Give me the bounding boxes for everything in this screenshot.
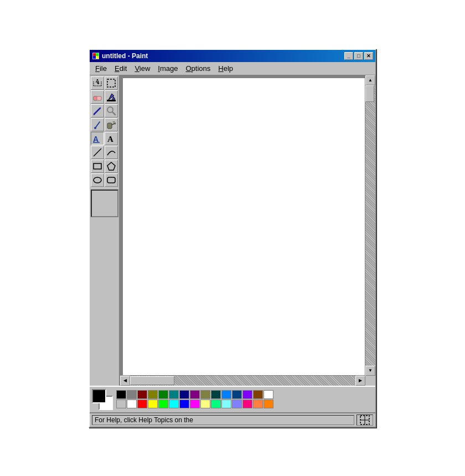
tool-row-7 [91, 160, 118, 173]
svg-rect-13 [107, 100, 116, 101]
ellipse-tool[interactable] [91, 173, 104, 187]
palette-row-1 [116, 390, 273, 399]
color-swatch[interactable] [169, 390, 179, 399]
svg-rect-12 [94, 96, 97, 100]
tool-row-3 [91, 104, 118, 117]
color-swatch[interactable] [169, 400, 179, 408]
color-swatch[interactable] [221, 390, 231, 399]
scroll-up-button[interactable]: ▲ [365, 75, 375, 85]
color-swatch[interactable] [242, 390, 252, 399]
menu-options[interactable]: Options [182, 63, 214, 74]
scroll-v-track[interactable] [365, 85, 375, 366]
color-swatch[interactable] [211, 390, 221, 399]
paint-window: untitled - Paint _ □ ✕ File Edit View Im… [89, 49, 376, 428]
status-bar: For Help, click Help Topics on the [90, 412, 375, 427]
airbrush-variant-tool[interactable]: A [91, 132, 104, 145]
main-content: ✦ [90, 75, 375, 386]
color-swatch[interactable] [158, 390, 168, 399]
color-swatch[interactable] [200, 390, 210, 399]
color-swatch[interactable] [137, 390, 147, 399]
drawing-canvas[interactable] [122, 78, 365, 376]
scroll-h-thumb[interactable] [130, 376, 174, 385]
svg-rect-10 [107, 79, 115, 87]
color-swatch[interactable] [137, 400, 147, 408]
svg-point-19 [94, 127, 96, 129]
color-swatch[interactable] [148, 390, 158, 399]
color-swatch[interactable] [232, 390, 242, 399]
color-swatch[interactable] [190, 390, 200, 399]
scroll-v-thumb[interactable] [365, 85, 374, 102]
window-controls: _ □ ✕ [344, 52, 373, 60]
color-swatch[interactable] [242, 400, 252, 408]
status-coords [356, 414, 373, 426]
svg-point-22 [113, 121, 115, 122]
rounded-rect-tool[interactable] [105, 173, 118, 187]
title-bar: untitled - Paint _ □ ✕ [90, 50, 375, 62]
curve-tool[interactable] [105, 146, 118, 159]
pencil-tool[interactable] [91, 104, 104, 117]
canvas-scroll-area: ▲ ▼ ◀ ▶ [120, 75, 375, 386]
svg-rect-32 [107, 177, 115, 183]
menu-file[interactable]: File [92, 63, 110, 74]
color-swatch[interactable] [127, 390, 137, 399]
brush-tool[interactable] [91, 118, 104, 131]
color-swatch[interactable] [253, 390, 263, 399]
line-tool[interactable] [91, 146, 104, 159]
rectangle-tool[interactable] [91, 160, 104, 173]
tool-row-1: ✦ [91, 76, 118, 90]
window-title: untitled - Paint [102, 52, 342, 60]
color-swatch[interactable] [179, 390, 189, 399]
eraser-tool[interactable] [91, 90, 104, 104]
color-swatch[interactable] [264, 390, 273, 399]
free-select-tool[interactable]: ✦ [91, 76, 104, 90]
scroll-down-button[interactable]: ▼ [365, 366, 375, 376]
scroll-corner [365, 376, 375, 386]
color-swatch[interactable] [148, 400, 158, 408]
menu-image[interactable]: Image [154, 63, 181, 74]
scroll-left-button[interactable]: ◀ [120, 376, 130, 386]
maximize-button[interactable]: □ [354, 52, 363, 60]
horizontal-scrollbar: ◀ ▶ [120, 376, 365, 386]
scroll-right-button[interactable]: ▶ [355, 376, 365, 386]
color-swatch[interactable] [190, 400, 200, 408]
svg-rect-3 [93, 56, 96, 59]
tool-row-5: A A [91, 132, 118, 145]
minimize-button[interactable]: _ [344, 52, 353, 60]
color-swatch[interactable] [116, 400, 126, 408]
scroll-h-track[interactable] [130, 376, 355, 386]
close-button[interactable]: ✕ [364, 52, 373, 60]
toolbox: ✦ [90, 75, 120, 386]
foreground-color-box[interactable] [92, 389, 106, 403]
rect-select-tool[interactable] [105, 76, 118, 90]
color-swatch[interactable] [179, 400, 189, 408]
color-swatch[interactable] [211, 400, 221, 408]
current-colors [92, 389, 113, 410]
color-swatch[interactable] [232, 400, 242, 408]
fill-tool[interactable] [105, 90, 118, 104]
svg-text:A: A [107, 135, 113, 144]
color-swatch[interactable] [158, 400, 168, 408]
tool-row-2 [91, 90, 118, 104]
svg-rect-29 [94, 163, 101, 169]
text-tool[interactable]: A [105, 132, 118, 145]
color-swatch[interactable] [221, 400, 231, 408]
polygon-tool[interactable] [105, 160, 118, 173]
status-text: For Help, click Help Topics on the [92, 415, 354, 425]
color-swatch[interactable] [200, 400, 210, 408]
menu-view[interactable]: View [131, 63, 153, 74]
menu-bar: File Edit View Image Options Help [90, 62, 375, 75]
menu-edit[interactable]: Edit [111, 63, 130, 74]
airbrush-tool[interactable] [105, 118, 118, 131]
tool-row-6 [91, 146, 118, 159]
svg-line-28 [94, 149, 101, 156]
canvas-area: ▲ ▼ ◀ ▶ [120, 75, 375, 386]
color-swatch[interactable] [116, 390, 126, 399]
magnifier-tool[interactable] [105, 104, 118, 117]
menu-help[interactable]: Help [215, 63, 236, 74]
color-swatch[interactable] [264, 400, 273, 408]
color-swatch[interactable] [127, 400, 137, 408]
svg-point-24 [112, 121, 113, 122]
color-swatch[interactable] [253, 400, 263, 408]
color-bar [90, 386, 375, 412]
tool-row-4 [91, 118, 118, 131]
